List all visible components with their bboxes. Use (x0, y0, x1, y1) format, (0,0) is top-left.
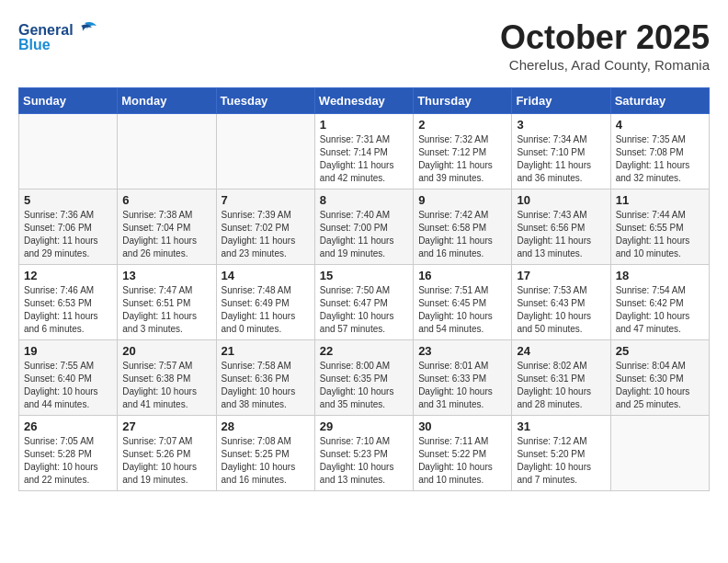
weekday-header-saturday: Saturday (610, 88, 709, 114)
day-cell: 8Sunrise: 7:40 AM Sunset: 7:00 PM Daylig… (314, 190, 413, 265)
month-title: October 2025 (500, 18, 710, 57)
week-row-2: 5Sunrise: 7:36 AM Sunset: 7:06 PM Daylig… (19, 190, 710, 265)
day-cell: 15Sunrise: 7:50 AM Sunset: 6:47 PM Dayli… (314, 265, 413, 340)
day-info: Sunrise: 7:31 AM Sunset: 7:14 PM Dayligh… (320, 133, 408, 185)
day-cell: 5Sunrise: 7:36 AM Sunset: 7:06 PM Daylig… (19, 190, 118, 265)
weekday-header-friday: Friday (512, 88, 610, 114)
day-info: Sunrise: 7:46 AM Sunset: 6:53 PM Dayligh… (24, 284, 112, 336)
day-cell: 17Sunrise: 7:53 AM Sunset: 6:43 PM Dayli… (512, 265, 610, 340)
day-cell: 13Sunrise: 7:47 AM Sunset: 6:51 PM Dayli… (118, 265, 216, 340)
day-cell (610, 416, 709, 491)
day-cell: 7Sunrise: 7:39 AM Sunset: 7:02 PM Daylig… (216, 190, 314, 265)
day-cell: 29Sunrise: 7:10 AM Sunset: 5:23 PM Dayli… (314, 416, 413, 491)
day-cell: 14Sunrise: 7:48 AM Sunset: 6:49 PM Dayli… (216, 265, 314, 340)
day-number: 7 (222, 193, 310, 207)
day-info: Sunrise: 7:44 AM Sunset: 6:55 PM Dayligh… (616, 209, 704, 260)
day-info: Sunrise: 7:43 AM Sunset: 6:56 PM Dayligh… (517, 209, 605, 260)
day-info: Sunrise: 7:48 AM Sunset: 6:49 PM Dayligh… (222, 284, 310, 336)
day-number: 12 (24, 269, 112, 282)
day-cell: 19Sunrise: 7:55 AM Sunset: 6:40 PM Dayli… (19, 340, 118, 416)
day-cell: 10Sunrise: 7:43 AM Sunset: 6:56 PM Dayli… (512, 190, 610, 265)
logo-svg: General Blue (18, 18, 101, 60)
weekday-header-thursday: Thursday (414, 88, 512, 114)
day-number: 8 (320, 193, 408, 207)
day-info: Sunrise: 7:05 AM Sunset: 5:28 PM Dayligh… (24, 435, 112, 487)
day-info: Sunrise: 7:40 AM Sunset: 7:00 PM Dayligh… (320, 209, 408, 260)
day-number: 5 (24, 193, 112, 207)
day-info: Sunrise: 7:58 AM Sunset: 6:36 PM Dayligh… (222, 360, 310, 411)
day-info: Sunrise: 7:42 AM Sunset: 6:58 PM Dayligh… (418, 209, 506, 260)
day-number: 13 (122, 269, 210, 282)
day-number: 15 (320, 269, 408, 282)
weekday-header-row: SundayMondayTuesdayWednesdayThursdayFrid… (19, 88, 710, 114)
day-number: 14 (222, 269, 310, 282)
day-info: Sunrise: 7:11 AM Sunset: 5:22 PM Dayligh… (418, 435, 506, 487)
day-cell: 25Sunrise: 8:04 AM Sunset: 6:30 PM Dayli… (610, 340, 709, 416)
day-number: 11 (616, 193, 704, 207)
location: Cherelus, Arad County, Romania (500, 57, 710, 73)
day-cell: 4Sunrise: 7:35 AM Sunset: 7:08 PM Daylig… (610, 114, 709, 190)
day-number: 2 (418, 118, 506, 132)
svg-text:General: General (18, 22, 74, 38)
page-header: General Blue October 2025 Cherelus, Arad… (18, 18, 710, 73)
day-number: 27 (122, 419, 210, 433)
day-cell: 27Sunrise: 7:07 AM Sunset: 5:26 PM Dayli… (118, 416, 216, 491)
week-row-5: 26Sunrise: 7:05 AM Sunset: 5:28 PM Dayli… (19, 416, 710, 491)
day-number: 10 (517, 193, 605, 207)
day-number: 16 (418, 269, 506, 282)
day-cell: 28Sunrise: 7:08 AM Sunset: 5:25 PM Dayli… (216, 416, 314, 491)
day-number: 29 (320, 419, 408, 433)
day-number: 4 (616, 118, 704, 132)
day-info: Sunrise: 7:35 AM Sunset: 7:08 PM Dayligh… (616, 133, 704, 185)
day-number: 20 (122, 344, 210, 358)
day-number: 25 (616, 344, 704, 358)
day-cell: 12Sunrise: 7:46 AM Sunset: 6:53 PM Dayli… (19, 265, 118, 340)
day-number: 6 (122, 193, 210, 207)
day-cell: 30Sunrise: 7:11 AM Sunset: 5:22 PM Dayli… (414, 416, 512, 491)
day-number: 1 (320, 118, 408, 132)
day-cell: 22Sunrise: 8:00 AM Sunset: 6:35 PM Dayli… (314, 340, 413, 416)
day-cell: 31Sunrise: 7:12 AM Sunset: 5:20 PM Dayli… (512, 416, 610, 491)
day-info: Sunrise: 7:07 AM Sunset: 5:26 PM Dayligh… (122, 435, 210, 487)
day-cell: 20Sunrise: 7:57 AM Sunset: 6:38 PM Dayli… (118, 340, 216, 416)
day-info: Sunrise: 7:36 AM Sunset: 7:06 PM Dayligh… (24, 209, 112, 260)
day-number: 23 (418, 344, 506, 358)
calendar-table: SundayMondayTuesdayWednesdayThursdayFrid… (18, 87, 710, 491)
day-cell: 3Sunrise: 7:34 AM Sunset: 7:10 PM Daylig… (512, 114, 610, 190)
day-info: Sunrise: 8:02 AM Sunset: 6:31 PM Dayligh… (517, 360, 605, 411)
day-number: 22 (320, 344, 408, 358)
day-cell (216, 114, 314, 190)
day-cell: 9Sunrise: 7:42 AM Sunset: 6:58 PM Daylig… (414, 190, 512, 265)
svg-text:Blue: Blue (18, 37, 51, 52)
weekday-header-sunday: Sunday (19, 88, 118, 114)
day-cell: 11Sunrise: 7:44 AM Sunset: 6:55 PM Dayli… (610, 190, 709, 265)
day-info: Sunrise: 7:50 AM Sunset: 6:47 PM Dayligh… (320, 284, 408, 336)
day-number: 26 (24, 419, 112, 433)
day-info: Sunrise: 7:51 AM Sunset: 6:45 PM Dayligh… (418, 284, 506, 336)
weekday-header-wednesday: Wednesday (314, 88, 413, 114)
day-number: 17 (517, 269, 605, 282)
day-cell: 2Sunrise: 7:32 AM Sunset: 7:12 PM Daylig… (414, 114, 512, 190)
day-info: Sunrise: 7:12 AM Sunset: 5:20 PM Dayligh… (517, 435, 605, 487)
day-info: Sunrise: 7:34 AM Sunset: 7:10 PM Dayligh… (517, 133, 605, 185)
weekday-header-tuesday: Tuesday (216, 88, 314, 114)
logo: General Blue (18, 18, 101, 60)
day-info: Sunrise: 7:57 AM Sunset: 6:38 PM Dayligh… (122, 360, 210, 411)
day-cell: 24Sunrise: 8:02 AM Sunset: 6:31 PM Dayli… (512, 340, 610, 416)
day-cell (19, 114, 118, 190)
day-cell: 6Sunrise: 7:38 AM Sunset: 7:04 PM Daylig… (118, 190, 216, 265)
title-block: October 2025 Cherelus, Arad County, Roma… (500, 18, 710, 73)
day-info: Sunrise: 7:47 AM Sunset: 6:51 PM Dayligh… (122, 284, 210, 336)
week-row-3: 12Sunrise: 7:46 AM Sunset: 6:53 PM Dayli… (19, 265, 710, 340)
day-number: 3 (517, 118, 605, 132)
day-cell: 16Sunrise: 7:51 AM Sunset: 6:45 PM Dayli… (414, 265, 512, 340)
day-number: 18 (616, 269, 704, 282)
day-number: 28 (222, 419, 310, 433)
day-info: Sunrise: 7:32 AM Sunset: 7:12 PM Dayligh… (418, 133, 506, 185)
day-cell: 21Sunrise: 7:58 AM Sunset: 6:36 PM Dayli… (216, 340, 314, 416)
day-number: 30 (418, 419, 506, 433)
day-number: 31 (517, 419, 605, 433)
day-info: Sunrise: 8:04 AM Sunset: 6:30 PM Dayligh… (616, 360, 704, 411)
day-info: Sunrise: 7:55 AM Sunset: 6:40 PM Dayligh… (24, 360, 112, 411)
day-info: Sunrise: 7:53 AM Sunset: 6:43 PM Dayligh… (517, 284, 605, 336)
